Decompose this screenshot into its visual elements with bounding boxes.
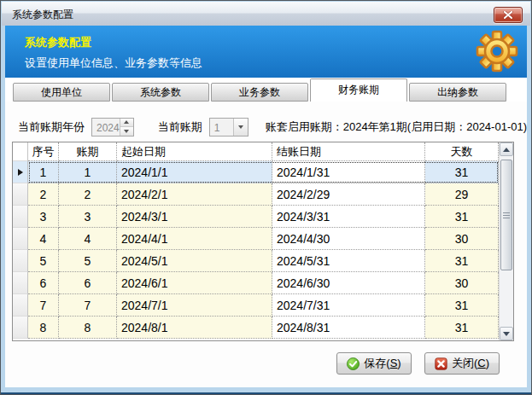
table-cell[interactable]: 2024/7/31 bbox=[272, 294, 425, 317]
table-cell[interactable]: 3 bbox=[28, 206, 59, 228]
save-button[interactable]: 保存(S) bbox=[336, 352, 412, 375]
table-cell[interactable]: 29 bbox=[425, 183, 499, 206]
spinner-up-icon[interactable] bbox=[120, 119, 133, 128]
year-value: 2024 bbox=[92, 119, 120, 136]
row-selector-cell[interactable] bbox=[13, 294, 28, 317]
table-row[interactable]: 882024/8/12024/8/3131 bbox=[13, 317, 499, 339]
vertical-scrollbar[interactable] bbox=[499, 142, 513, 340]
close-x-icon bbox=[503, 11, 513, 19]
column-header[interactable]: 天数 bbox=[425, 142, 499, 161]
row-selector-cell[interactable] bbox=[13, 272, 28, 294]
table-cell[interactable]: 30 bbox=[425, 272, 499, 294]
column-header[interactable]: 账期 bbox=[59, 142, 117, 161]
table-row[interactable]: 442024/4/12024/4/3030 bbox=[13, 228, 499, 250]
tab-finance-period[interactable]: 财务账期 bbox=[310, 78, 407, 102]
row-selector-cell[interactable] bbox=[13, 317, 28, 339]
table-cell[interactable]: 7 bbox=[28, 294, 59, 317]
table-cell[interactable]: 31 bbox=[425, 317, 499, 339]
table-cell[interactable]: 3 bbox=[59, 206, 117, 228]
table-cell[interactable]: 8 bbox=[28, 317, 59, 339]
period-info-text: 账套启用账期：2024年第1期(启用日期：2024-01-01) bbox=[266, 119, 527, 135]
gear-icon bbox=[475, 29, 519, 73]
save-check-icon bbox=[347, 357, 360, 370]
titlebar-close-button[interactable] bbox=[494, 7, 523, 23]
dialog-header: 系统参数配置 设置使用单位信息、业务参数等信息 bbox=[5, 26, 527, 78]
table-cell[interactable]: 2024/5/31 bbox=[272, 250, 425, 272]
year-label: 当前账期年份 bbox=[18, 119, 85, 135]
table-cell[interactable]: 31 bbox=[425, 294, 499, 317]
table-row[interactable]: 222024/2/12024/2/2929 bbox=[13, 183, 499, 206]
table-cell[interactable]: 2024/2/29 bbox=[272, 183, 425, 206]
table-cell[interactable]: 2024/5/1 bbox=[117, 250, 272, 272]
table-cell[interactable]: 6 bbox=[59, 272, 117, 294]
period-table: 序号账期起始日期结账日期天数112024/1/12024/1/313122202… bbox=[12, 142, 514, 341]
scrollbar-thumb[interactable] bbox=[500, 160, 512, 270]
row-selector-cell[interactable] bbox=[13, 206, 28, 228]
table-cell[interactable]: 2024/4/30 bbox=[272, 228, 425, 250]
tab-company-info[interactable]: 使用单位 bbox=[13, 83, 110, 102]
tab-business-params[interactable]: 业务参数 bbox=[211, 83, 308, 102]
row-selector-header bbox=[13, 142, 28, 161]
tab-cashier-params[interactable]: 出纳参数 bbox=[409, 83, 506, 102]
table-cell[interactable]: 6 bbox=[28, 272, 59, 294]
table-rows-container: 序号账期起始日期结账日期天数112024/1/12024/1/313122202… bbox=[13, 142, 499, 340]
bottom-button-row: 保存(S) 关闭(C) bbox=[336, 352, 500, 375]
table-cell[interactable]: 4 bbox=[28, 228, 59, 250]
table-cell[interactable]: 2 bbox=[28, 183, 59, 206]
row-selector-cell[interactable] bbox=[13, 183, 28, 206]
period-value: 1 bbox=[210, 119, 233, 136]
table-cell[interactable]: 2024/3/1 bbox=[117, 206, 272, 228]
table-cell[interactable]: 7 bbox=[59, 294, 117, 317]
table-cell[interactable]: 5 bbox=[59, 250, 117, 272]
scroll-up-button[interactable] bbox=[500, 142, 513, 156]
current-row-arrow-icon bbox=[18, 169, 23, 176]
tab-page-finance-period: 当前账期年份 2024 当前账期 1 账套启用账期：2024年第1期(启用日期：… bbox=[5, 102, 527, 387]
titlebar[interactable]: 系统参数配置 bbox=[2, 2, 530, 26]
table-cell[interactable]: 2 bbox=[59, 183, 117, 206]
table-cell[interactable]: 2024/8/31 bbox=[272, 317, 425, 339]
table-cell[interactable]: 2024/6/1 bbox=[117, 272, 272, 294]
table-row[interactable]: 662024/6/12024/6/3030 bbox=[13, 272, 499, 294]
scroll-down-button[interactable] bbox=[500, 327, 513, 340]
close-button[interactable]: 关闭(C) bbox=[424, 352, 500, 375]
column-header[interactable]: 起始日期 bbox=[117, 142, 272, 161]
table-cell[interactable]: 2024/3/31 bbox=[272, 206, 425, 228]
table-cell[interactable]: 2024/1/1 bbox=[117, 161, 272, 183]
table-row[interactable]: 332024/3/12024/3/3131 bbox=[13, 206, 499, 228]
header-title: 系统参数配置 bbox=[25, 35, 91, 50]
column-header[interactable]: 结账日期 bbox=[272, 142, 425, 161]
header-subtitle: 设置使用单位信息、业务参数等信息 bbox=[25, 55, 202, 71]
table-cell[interactable]: 4 bbox=[59, 228, 117, 250]
dialog-bottom-edge bbox=[1, 392, 531, 394]
row-selector-cell[interactable] bbox=[13, 250, 28, 272]
tab-system-params[interactable]: 系统参数 bbox=[112, 83, 209, 102]
column-header[interactable]: 序号 bbox=[28, 142, 59, 161]
tab-strip: 使用单位系统参数业务参数财务账期出纳参数 bbox=[5, 78, 527, 102]
table-cell[interactable]: 31 bbox=[425, 161, 499, 183]
table-cell[interactable]: 31 bbox=[425, 250, 499, 272]
period-dropdown[interactable]: 1 bbox=[209, 118, 248, 137]
table-cell[interactable]: 31 bbox=[425, 206, 499, 228]
year-spinner[interactable]: 2024 bbox=[91, 118, 134, 137]
table-cell[interactable]: 2024/4/1 bbox=[117, 228, 272, 250]
table-cell[interactable]: 2024/6/30 bbox=[272, 272, 425, 294]
system-parameter-dialog: 系统参数配置 系统参数配置 设置使用单位信息、业务参数等信息 bbox=[0, 0, 532, 395]
table-cell[interactable]: 30 bbox=[425, 228, 499, 250]
period-label: 当前账期 bbox=[158, 119, 202, 135]
table-row[interactable]: 552024/5/12024/5/3131 bbox=[13, 250, 499, 272]
row-selector-cell[interactable] bbox=[13, 228, 28, 250]
table-cell[interactable]: 2024/2/1 bbox=[117, 183, 272, 206]
window-title: 系统参数配置 bbox=[12, 8, 73, 22]
table-cell[interactable]: 1 bbox=[28, 161, 59, 183]
table-cell[interactable]: 2024/7/1 bbox=[117, 294, 272, 317]
spinner-down-icon[interactable] bbox=[120, 127, 133, 136]
dropdown-arrow-icon[interactable] bbox=[233, 119, 248, 136]
table-cell[interactable]: 5 bbox=[28, 250, 59, 272]
table-cell[interactable]: 2024/1/31 bbox=[272, 161, 425, 183]
table-row[interactable]: 772024/7/12024/7/3131 bbox=[13, 294, 499, 317]
table-cell[interactable]: 8 bbox=[59, 317, 117, 339]
table-row[interactable]: 112024/1/12024/1/3131 bbox=[13, 161, 499, 183]
row-selector-cell[interactable] bbox=[13, 161, 28, 183]
table-cell[interactable]: 1 bbox=[59, 161, 117, 183]
table-cell[interactable]: 2024/8/1 bbox=[117, 317, 272, 339]
